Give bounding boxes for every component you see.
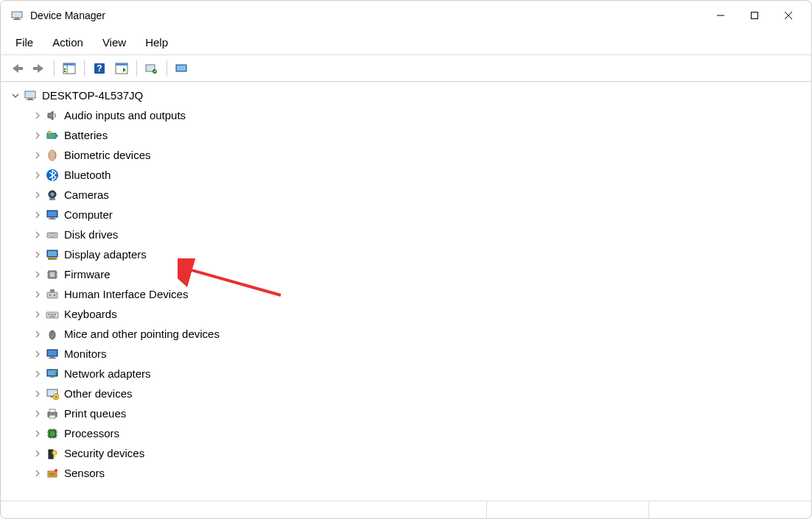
tree-node-firmware[interactable]: Firmware [2,264,810,284]
menu-help[interactable]: Help [136,32,177,53]
svg-rect-8 [18,67,23,70]
tree-node-other[interactable]: ?Other devices [2,384,810,403]
chevron-right-icon[interactable] [32,189,43,201]
tree-node-bluetooth[interactable]: Bluetooth [2,165,810,185]
svg-point-42 [52,234,53,236]
tree-node-print[interactable]: Print queues [2,403,810,423]
node-label: Bluetooth [64,169,111,181]
show-hide-tree-button[interactable] [59,59,80,78]
node-label: Keyboards [64,308,117,320]
help-button[interactable]: ? [89,59,110,78]
close-button[interactable] [771,4,805,27]
svg-rect-35 [49,198,55,200]
tree-root[interactable]: DESKTOP-4L537JQ [2,85,810,105]
chevron-right-icon[interactable] [32,428,43,439]
svg-rect-20 [147,66,154,71]
node-label: Print queues [64,407,126,420]
node-label: Processors [64,427,119,439]
tree-node-computer[interactable]: Computer [2,205,810,225]
node-label: Sensors [64,467,105,479]
tree-node-display[interactable]: Display adapters [2,244,810,264]
chevron-right-icon[interactable] [32,149,43,161]
svg-rect-95 [54,454,55,458]
chevron-right-icon[interactable] [32,130,43,141]
scan-hardware-button[interactable] [141,59,162,78]
chevron-right-icon[interactable] [32,308,43,320]
chevron-right-icon[interactable] [32,229,43,241]
action-options-button[interactable] [111,59,132,78]
node-label: Display adapters [64,248,147,261]
tree-node-batteries[interactable]: Batteries [2,125,810,145]
chevron-right-icon[interactable] [32,328,43,340]
tree-node-sensors[interactable]: Sensors [2,463,810,483]
back-button[interactable] [7,59,27,78]
chevron-right-icon[interactable] [32,269,43,280]
chevron-right-icon[interactable] [32,209,43,221]
statusbar-cell [486,501,649,518]
node-label: Monitors [64,347,107,360]
tree-node-biometric[interactable]: Biometric devices [2,145,810,165]
svg-rect-14 [64,71,66,72]
svg-rect-44 [48,251,57,256]
tree-node-security[interactable]: Security devices [2,443,810,463]
toolbar-separator [84,60,85,77]
tree-node-audio[interactable]: Audio inputs and outputs [2,105,810,125]
svg-rect-48 [52,258,52,259]
window-title: Device Manager [30,10,704,21]
monitor-icon [45,208,60,222]
minimize-button[interactable] [704,4,738,27]
node-label: Disk drives [64,228,118,241]
svg-rect-27 [27,99,34,100]
svg-text:?: ? [97,63,102,74]
chevron-right-icon[interactable] [32,368,43,380]
svg-rect-37 [48,211,57,216]
forward-button[interactable] [29,59,49,78]
chevron-right-icon[interactable] [32,448,43,459]
device-tree[interactable]: DESKTOP-4L537JQ Audio inputs and outputs… [2,82,810,501]
chevron-right-icon[interactable] [32,467,43,479]
svg-point-30 [48,131,51,134]
svg-rect-82 [49,415,55,418]
display-adapter-icon [45,247,60,262]
sensor-icon [45,466,60,481]
maximize-button[interactable] [738,4,771,27]
chevron-right-icon[interactable] [32,348,43,360]
svg-rect-13 [64,68,66,70]
printer-icon [45,406,60,421]
cpu-icon [45,426,60,441]
menu-view[interactable]: View [94,32,135,53]
tree-node-processors[interactable]: Processors [2,423,810,443]
window-controls [704,4,805,27]
svg-rect-39 [49,219,56,219]
menu-action[interactable]: Action [43,32,92,53]
tree-node-disk[interactable]: Disk drives [2,225,810,244]
chevron-right-icon[interactable] [32,408,43,420]
chevron-down-icon[interactable] [10,90,21,102]
tree-node-cameras[interactable]: Cameras [2,185,810,205]
svg-rect-72 [49,358,56,359]
node-label: Security devices [64,447,144,459]
device-manager-window: Device Manager File Action View Help [0,0,812,519]
show-hidden-button[interactable] [172,59,192,78]
speaker-icon [45,108,60,123]
chevron-right-icon[interactable] [32,388,43,400]
tree-node-monitors[interactable]: Monitors [2,344,810,364]
svg-rect-70 [48,350,57,356]
statusbar-cell [1,501,486,518]
chevron-right-icon[interactable] [32,110,43,121]
tree-node-hid[interactable]: Human Interface Devices [2,284,810,304]
statusbar [1,501,811,518]
tree-node-keyboards[interactable]: Keyboards [2,304,810,324]
tree-node-mice[interactable]: Mice and other pointing devices [2,324,810,344]
chevron-right-icon[interactable] [32,289,43,300]
chevron-right-icon[interactable] [32,249,43,261]
node-label: Other devices [64,387,133,400]
chevron-right-icon[interactable] [32,169,43,181]
disk-icon [45,227,60,242]
tree-node-network[interactable]: Network adapters [2,364,810,384]
svg-rect-18 [116,63,127,66]
svg-point-21 [153,69,157,74]
menu-file[interactable]: File [7,32,42,53]
svg-rect-2 [15,18,19,19]
svg-rect-11 [63,63,75,66]
